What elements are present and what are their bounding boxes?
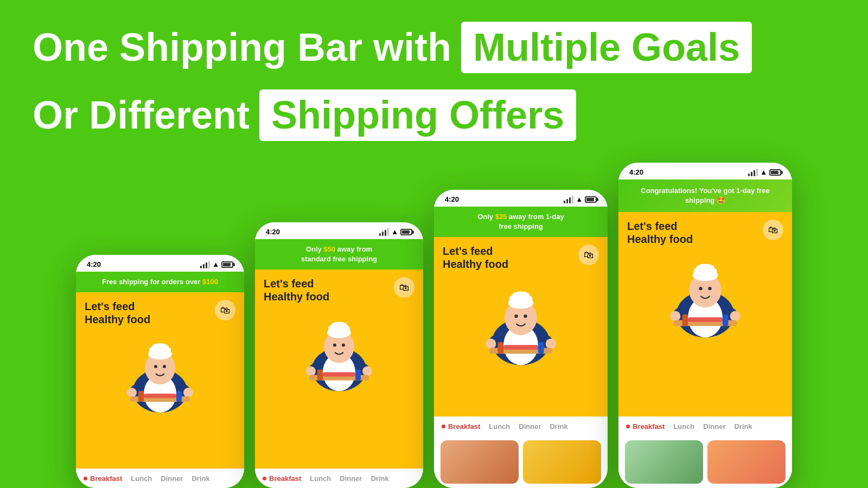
battery-icon-4 — [769, 169, 781, 176]
headline-highlight-1: Multiple Goals — [461, 22, 752, 73]
svg-point-53 — [696, 264, 714, 273]
signal-icon-2 — [379, 228, 389, 236]
phone-4-tab-lunch[interactable]: Lunch — [673, 422, 694, 431]
phone-4-food-grid — [618, 436, 792, 488]
phone-1-hero: Let's feedHealthy food 🛍 — [76, 292, 244, 468]
svg-point-27 — [362, 367, 372, 376]
svg-rect-45 — [503, 345, 538, 350]
svg-point-54 — [699, 287, 702, 290]
phone-2-tab-lunch[interactable]: Lunch — [310, 474, 331, 483]
phone-3-dinner-label: Dinner — [519, 422, 541, 431]
phone-4-chef-area — [627, 251, 783, 338]
svg-rect-15 — [138, 391, 144, 402]
svg-point-42 — [486, 339, 496, 349]
phone-4-breakfast-label: Breakfast — [633, 422, 665, 431]
phones-area: 4:20 ▲ Free shipping for orders over $10… — [0, 163, 868, 488]
phone-1-breakfast-label: Breakfast — [90, 474, 122, 483]
phone-3-tab-lunch[interactable]: Lunch — [489, 422, 510, 431]
svg-rect-61 — [688, 318, 723, 323]
phone-2-tab-breakfast[interactable]: Breakfast — [263, 474, 301, 483]
phone-4: 4:20 ▲ Congratulations! You've got 1-day… — [618, 163, 792, 488]
phone-2-dinner-label: Dinner — [340, 474, 362, 483]
battery-icon-2 — [400, 229, 412, 235]
phone-1-tab-drink[interactable]: Drink — [192, 474, 209, 483]
phone-4-congrats-text: Congratulations! You've got 1-day free s… — [641, 187, 769, 204]
phone-2-lunch-label: Lunch — [310, 474, 331, 483]
svg-rect-62 — [723, 314, 729, 326]
phone-1-tab-lunch[interactable]: Lunch — [131, 474, 152, 483]
breakfast-dot — [84, 477, 87, 480]
phone-4-tab-breakfast[interactable]: Breakfast — [626, 422, 665, 431]
breakfast-dot-2 — [263, 477, 266, 480]
phone-3-food-card-1[interactable] — [441, 440, 519, 484]
headline-text-1: One Shipping Bar with — [33, 26, 451, 69]
svg-point-37 — [512, 292, 530, 301]
headline-line2: Or Different Shipping Offers — [33, 89, 752, 141]
signal-icon — [200, 261, 210, 268]
phone-1-tab-dinner[interactable]: Dinner — [161, 474, 183, 483]
phone-4-congrats-bar: Congratulations! You've got 1-day free s… — [618, 179, 792, 212]
svg-point-5 — [151, 343, 169, 352]
svg-rect-13 — [144, 394, 176, 398]
phone-2-tab-drink[interactable]: Drink — [371, 474, 388, 483]
svg-point-26 — [306, 367, 316, 376]
phone-4-food-card-1[interactable] — [625, 440, 703, 484]
phone-1-dinner-label: Dinner — [161, 474, 183, 483]
phone-2-status-icons: ▲ — [379, 228, 412, 236]
svg-point-58 — [670, 311, 680, 322]
phone-3-food-grid — [434, 436, 608, 488]
svg-point-22 — [333, 344, 336, 347]
phone-1-tab-breakfast[interactable]: Breakfast — [84, 474, 122, 483]
phone-4-time: 4:20 — [629, 168, 643, 176]
signal-icon-4 — [748, 169, 758, 176]
svg-point-6 — [154, 365, 157, 368]
phone-3-tab-breakfast[interactable]: Breakfast — [442, 422, 480, 431]
phone-2-hero: Let's feedHealthy food 🛍 — [255, 269, 423, 468]
breakfast-dot-4 — [626, 425, 630, 428]
svg-point-39 — [524, 314, 527, 318]
phone-4-hero-title: Let's feedHealthy food — [627, 220, 783, 246]
phone-1-shipping-text: Free shipping for orders over — [102, 278, 202, 286]
phone-2-tab-dinner[interactable]: Dinner — [340, 474, 362, 483]
phone-4-food-card-2[interactable] — [707, 440, 786, 484]
phone-2-drink-label: Drink — [371, 474, 388, 483]
phone-3-time: 4:20 — [445, 195, 459, 203]
phone-3-tab-dinner[interactable]: Dinner — [519, 422, 541, 431]
phone-4-status-bar: 4:20 ▲ — [618, 163, 792, 179]
phone-2-hero-title: Let's feedHealthy food — [264, 277, 414, 303]
svg-rect-29 — [323, 373, 355, 377]
phone-3-hero: Let's feedHealthy food 🛍 — [434, 237, 608, 416]
headline-highlight-2: Shipping Offers — [259, 89, 576, 141]
phone-4-tab-dinner[interactable]: Dinner — [703, 422, 725, 431]
chef-illustration-4 — [659, 256, 751, 338]
phone-3-category-tabs: Breakfast Lunch Dinner Drink — [434, 416, 608, 436]
phone-3-food-card-2[interactable] — [523, 440, 601, 484]
headline-text-2: Or Different — [33, 94, 250, 137]
phone-3-drink-label: Drink — [550, 422, 567, 431]
svg-point-21 — [330, 322, 348, 331]
wifi-icon-3: ▲ — [576, 195, 583, 203]
phone-4-tab-drink[interactable]: Drink — [734, 422, 752, 431]
phone-4-hero: Let's feedHealthy food 🛍 — [618, 212, 792, 416]
svg-point-38 — [514, 314, 518, 318]
chef-illustration-3 — [475, 281, 567, 368]
wifi-icon-4: ▲ — [760, 168, 767, 176]
svg-rect-47 — [498, 342, 504, 354]
phone-1-amount: $100 — [202, 278, 218, 286]
phone-3-hero-title: Let's feedHealthy food — [443, 245, 599, 271]
battery-icon-3 — [585, 196, 597, 203]
phone-1-shipping-bar: Free shipping for orders over $100 — [76, 272, 244, 292]
phone-1-inner: 4:20 ▲ Free shipping for orders over $10… — [76, 255, 244, 488]
svg-point-10 — [127, 388, 137, 397]
phone-3-tab-drink[interactable]: Drink — [550, 422, 567, 431]
phone-4-drink-label: Drink — [734, 422, 752, 431]
headline-area: One Shipping Bar with Multiple Goals Or … — [33, 22, 752, 141]
breakfast-dot-3 — [442, 425, 445, 428]
phone-3-breakfast-label: Breakfast — [448, 422, 480, 431]
phone-4-dinner-label: Dinner — [703, 422, 725, 431]
phone-1-hero-title: Let's feedHealthy food — [85, 300, 235, 326]
phone-1-cart-btn[interactable]: 🛍 — [215, 300, 235, 320]
chef-illustration-2 — [296, 314, 382, 393]
svg-point-55 — [708, 287, 711, 290]
phone-1-chef-area — [85, 331, 235, 413]
